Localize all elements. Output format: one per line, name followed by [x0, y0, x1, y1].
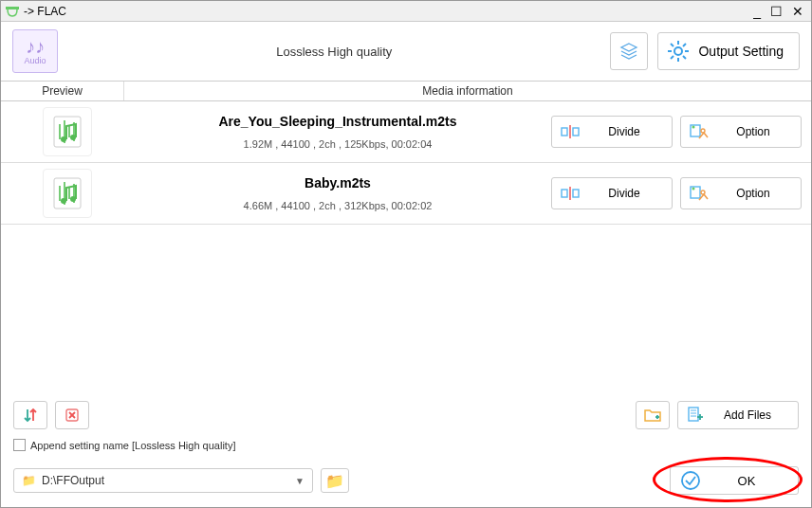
svg-line-7	[683, 56, 686, 59]
file-preview-cell	[10, 169, 124, 218]
output-path-dropdown[interactable]: 📁 D:\FFOutput ▼	[13, 468, 313, 493]
svg-point-35	[701, 190, 705, 194]
option-label: Option	[719, 125, 787, 138]
divide-label: Divide	[590, 187, 658, 200]
option-label: Option	[719, 187, 787, 200]
divide-icon	[560, 185, 581, 202]
option-icon	[689, 123, 710, 140]
remove-icon	[64, 407, 81, 424]
option-icon	[689, 185, 710, 202]
add-folder-button[interactable]	[636, 401, 670, 429]
add-files-button[interactable]: Add Files	[677, 401, 799, 429]
svg-line-8	[671, 56, 674, 59]
audio-badge-label: Audio	[24, 56, 46, 65]
svg-point-21	[692, 126, 695, 129]
output-setting-label: Output Setting	[698, 44, 784, 59]
svg-point-22	[701, 129, 705, 133]
file-name: Baby.m2ts	[124, 175, 551, 190]
svg-rect-20	[691, 125, 700, 136]
table-row[interactable]: Baby.m2ts 4.66M , 44100 , 2ch , 312Kbps,…	[1, 163, 811, 225]
option-button[interactable]: Option	[680, 177, 802, 209]
window-title: -> FLAC	[24, 5, 753, 18]
sort-button[interactable]	[13, 401, 47, 429]
minimize-button[interactable]: _	[753, 4, 761, 19]
file-info-cell: Are_You_Sleeping_Instrumental.m2ts 1.92M…	[124, 114, 551, 150]
preset-layers-button[interactable]	[610, 32, 648, 70]
file-info-cell: Baby.m2ts 4.66M , 44100 , 2ch , 312Kbps,…	[124, 175, 551, 211]
file-details: 4.66M , 44100 , 2ch , 312Kbps, 00:02:02	[124, 200, 551, 211]
folder-icon: 📁	[22, 474, 36, 487]
file-plus-icon	[686, 406, 705, 426]
svg-point-1	[674, 47, 682, 55]
svg-rect-33	[691, 187, 700, 198]
remove-button[interactable]	[55, 401, 89, 429]
output-path-value: D:\FFOutput	[42, 474, 104, 487]
music-note-icon: ♪♪	[26, 37, 45, 56]
svg-point-47	[682, 472, 699, 489]
app-icon	[5, 4, 20, 19]
divide-label: Divide	[590, 125, 658, 138]
table-header: Preview Media information	[1, 81, 811, 101]
add-files-label: Add Files	[714, 408, 781, 422]
svg-rect-30	[562, 190, 567, 197]
divide-button[interactable]: Divide	[551, 116, 673, 148]
divide-button[interactable]: Divide	[551, 177, 673, 209]
divide-icon	[560, 123, 581, 140]
output-setting-button[interactable]: Output Setting	[657, 32, 800, 70]
layers-icon	[619, 42, 638, 61]
file-details: 1.92M , 44100 , 2ch , 125Kbps, 00:02:04	[124, 138, 551, 150]
ok-label: OK	[714, 474, 779, 488]
svg-rect-0	[6, 7, 19, 9]
column-media-info: Media information	[124, 82, 811, 100]
folder-plus-icon	[643, 407, 662, 424]
gear-icon	[666, 39, 691, 64]
ok-button[interactable]: OK	[670, 466, 799, 495]
svg-line-9	[683, 44, 686, 46]
append-setting-checkbox[interactable]	[13, 439, 26, 451]
audio-file-icon	[43, 107, 92, 156]
close-button[interactable]: ✕	[792, 4, 803, 19]
svg-point-34	[692, 188, 695, 190]
file-name: Are_You_Sleeping_Instrumental.m2ts	[124, 114, 551, 129]
svg-rect-17	[562, 128, 567, 136]
file-preview-cell	[10, 107, 124, 156]
svg-rect-41	[689, 408, 698, 421]
table-row[interactable]: Are_You_Sleeping_Instrumental.m2ts 1.92M…	[1, 101, 811, 163]
check-circle-icon	[680, 470, 701, 491]
quality-label: Lossless High quality	[67, 45, 600, 59]
svg-rect-31	[573, 190, 579, 197]
maximize-button[interactable]: ☐	[770, 4, 783, 19]
sort-icon	[22, 407, 39, 424]
svg-rect-18	[573, 128, 579, 136]
toolbar: ♪♪ Audio Lossless High quality Output Se…	[1, 22, 811, 81]
svg-line-6	[671, 44, 674, 46]
folder-icon: 📁	[325, 472, 344, 490]
audio-format-badge[interactable]: ♪♪ Audio	[12, 29, 58, 73]
column-preview: Preview	[1, 82, 124, 100]
append-setting-label: Append setting name [Lossless High quali…	[30, 440, 235, 451]
titlebar: -> FLAC _ ☐ ✕	[1, 1, 811, 22]
audio-file-icon	[43, 169, 92, 218]
browse-folder-button[interactable]: 📁	[321, 468, 349, 493]
option-button[interactable]: Option	[680, 116, 802, 148]
chevron-down-icon: ▼	[295, 476, 304, 486]
bottom-panel: Add Files Append setting name [Lossless …	[0, 391, 812, 508]
